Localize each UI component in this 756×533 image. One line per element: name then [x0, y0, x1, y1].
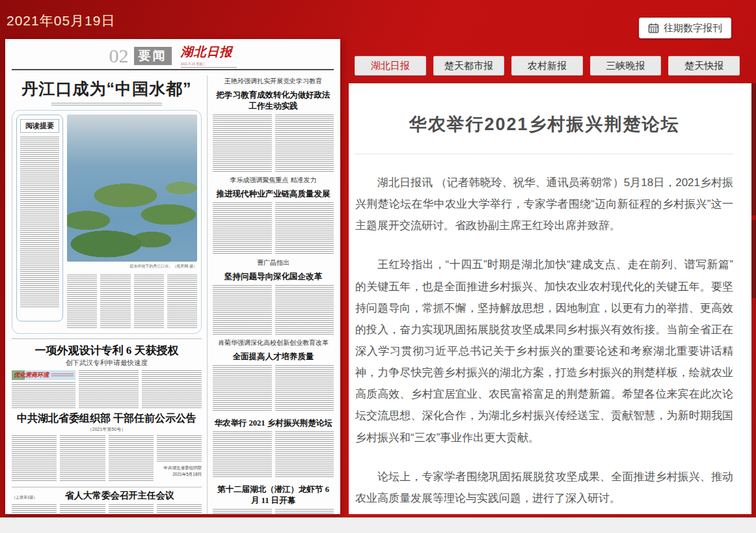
calendar-icon — [648, 23, 659, 34]
tab-three-gorges-evening-news[interactable]: 三峡晚报 — [590, 56, 662, 75]
body-text-placeholder — [100, 275, 130, 329]
news-headline: 第十二届湖北（潜江）龙虾节 6 月 11 日开幕 — [213, 484, 334, 506]
body-text-placeholder — [12, 382, 75, 408]
news-headline: 推进现代种业产业链高质量发展 — [213, 189, 334, 200]
body-text-placeholder — [67, 275, 97, 329]
tab-rural-new-newspaper[interactable]: 农村新报 — [511, 56, 583, 75]
news-item: 肖菊华强调深化高校创新创业教育改革 全面提高人才培养质量 — [213, 338, 334, 412]
lead-photo-danjiangkou — [67, 115, 197, 262]
body-text-placeholder — [213, 365, 272, 412]
notice-signoff-date: 2021年5月18日 — [157, 471, 202, 478]
body-text-placeholder — [275, 285, 334, 335]
body-text-placeholder — [167, 275, 197, 329]
news-headline: 全面提高人才培养质量 — [213, 351, 334, 362]
page-header: 02 要闻 湖北日报 2021.5.19 星期三 — [12, 43, 334, 70]
body-text-placeholder — [275, 509, 334, 514]
body-text-placeholder — [275, 365, 334, 412]
article-paragraph: 王红玲指出，“十四五”时期是湖北加快“建成支点、走在前列、谱写新篇”的关键五年，… — [355, 254, 733, 448]
body-text-placeholder — [20, 137, 59, 307]
meeting-article: （上接第1版） 省人大常委会召开主任会议 — [12, 490, 202, 514]
divider — [12, 338, 202, 339]
bottom-strip — [0, 517, 756, 533]
news-item: 王艳玲强调扎实开展党史学习教育 把学习教育成效转化为做好政法工作生动实践 — [213, 77, 334, 172]
lead-article: 丹江口成为“中国水都” 阅读提要 碧水环绕下的丹江口市。（视界网 摄） — [12, 78, 202, 334]
body-text-placeholder — [157, 504, 202, 514]
body-text-placeholder — [213, 202, 272, 254]
news-kicker: 李乐成强调聚焦重点 精准发力 — [213, 176, 334, 185]
article-paragraph: 湖北日报讯 （记者韩晓玲、祝华、通讯员蒋朝常）5月18日，2021乡村振兴荆楚论… — [355, 172, 733, 236]
archive-button-label: 往期数字报刊 — [664, 22, 722, 34]
newspaper-tabs: 湖北日报 楚天都市报 农村新报 三峡晚报 楚天快报 — [355, 56, 740, 75]
article-paragraph: 论坛上，专家学者围绕巩固拓展脱贫攻坚成果、全面推进乡村振兴、推动农业高质量发展等… — [355, 466, 733, 509]
reading-summary-title: 阅读提要 — [20, 119, 59, 133]
tab-chutian-express[interactable]: 楚天快报 — [668, 56, 740, 75]
digital-newspaper-app: 2021年05月19日 往期数字报刊 湖北日报 楚天都市报 农村新报 三峡晚报 … — [0, 0, 756, 533]
body-text-placeholder — [79, 370, 139, 408]
news-item: 第十二届湖北（潜江）龙虾节 6 月 11 日开幕 — [213, 484, 334, 514]
body-text-placeholder — [275, 115, 334, 172]
news-headline: 把学习教育成效转化为做好政法工作生动实践 — [213, 90, 334, 112]
title-divider — [355, 154, 733, 154]
news-headline: 坚持问题导向深化国企改革 — [213, 271, 334, 282]
body-text-placeholder — [60, 504, 105, 514]
body-text-placeholder — [134, 275, 164, 329]
section-badge: 要闻 — [134, 47, 172, 65]
patent-headline: 一项外观设计专利 6 天获授权 — [12, 343, 202, 358]
body-text-placeholder — [213, 115, 272, 172]
body-text-placeholder — [12, 504, 57, 514]
page-number: 02 — [109, 45, 129, 67]
news-item: 李乐成强调聚焦重点 精准发力 推进现代种业产业链高质量发展 — [213, 176, 334, 254]
banner-label: 优化营商环境 — [14, 371, 49, 379]
tab-hubei-daily[interactable]: 湖北日报 — [355, 56, 426, 75]
body-text-placeholder — [12, 435, 57, 482]
news-kicker: 曹广晶指出 — [213, 258, 334, 267]
patent-subhead: 创下武汉专利申请最快速度 — [12, 359, 202, 368]
news-kicker: 王艳玲强调扎实开展党史学习教育 — [213, 77, 334, 86]
article-panel: 华农举行2021乡村振兴荆楚论坛 湖北日报讯 （记者韩晓玲、祝华、通讯员蒋朝常）… — [349, 83, 751, 514]
body-text-placeholder — [60, 435, 105, 482]
body-text-placeholder — [109, 504, 154, 514]
notice-number: （2021年第50号） — [12, 426, 202, 433]
scrollbar-thumb[interactable] — [751, 83, 756, 215]
dateline: 2021.5.19 星期三 — [181, 62, 206, 66]
news-kicker: 肖菊华强调深化高校创新创业教育改革 — [213, 338, 334, 348]
body-text-placeholder — [109, 435, 154, 482]
body-text-placeholder — [157, 435, 202, 463]
notice-article: 中共湖北省委组织部 干部任前公示公告 （2021年第50号） 中共湖北省委组织部… — [12, 412, 202, 482]
continuation-note: （上接第1版） — [12, 495, 37, 500]
news-item: 华农举行 2021 乡村振兴荆楚论坛 — [213, 418, 334, 478]
editor-line-placeholder — [181, 67, 237, 69]
news-headline: 华农举行 2021 乡村振兴荆楚论坛 — [213, 418, 334, 429]
notice-headline: 中共湖北省委组织部 干部任前公示公告 — [12, 412, 202, 426]
reading-summary-box: 阅读提要 — [16, 115, 63, 321]
tab-chutian-metropolis-daily[interactable]: 楚天都市报 — [433, 56, 505, 75]
newspaper-page-thumbnail[interactable]: 02 要闻 湖北日报 2021.5.19 星期三 丹江口成为“中国水都” 阅读提… — [5, 39, 340, 514]
byline-placeholder — [51, 103, 162, 105]
business-environment-banner: 优化营商环境 — [12, 370, 75, 380]
photo-caption: 碧水环绕下的丹江口市。（视界网 摄） — [67, 264, 197, 269]
lead-headline: 丹江口成为“中国水都” — [12, 78, 202, 100]
news-item: 曹广晶指出 坚持问题导向深化国企改革 — [213, 258, 334, 335]
body-text-placeholder — [142, 370, 202, 408]
divider — [12, 487, 202, 487]
patent-article: 一项外观设计专利 6 天获授权 创下武汉专利申请最快速度 优化营商环境 — [12, 343, 202, 408]
scrollbar-thumb[interactable] — [751, 220, 756, 298]
masthead-logo: 湖北日报 — [181, 44, 233, 61]
body-text-placeholder — [275, 202, 334, 254]
banner-text-placeholder — [51, 374, 74, 377]
body-text-placeholder — [213, 509, 272, 514]
body-text-placeholder — [213, 431, 272, 478]
archive-button[interactable]: 往期数字报刊 — [639, 18, 731, 38]
body-text-placeholder — [213, 285, 272, 335]
meeting-headline: 省人大常委会召开主任会议 — [37, 490, 202, 502]
body-text-placeholder — [275, 431, 334, 478]
current-date: 2021年05月19日 — [7, 12, 115, 30]
article-title: 华农举行2021乡村振兴荆楚论坛 — [355, 113, 733, 136]
notice-signoff-org: 中共湖北省委组织部 — [157, 465, 202, 471]
